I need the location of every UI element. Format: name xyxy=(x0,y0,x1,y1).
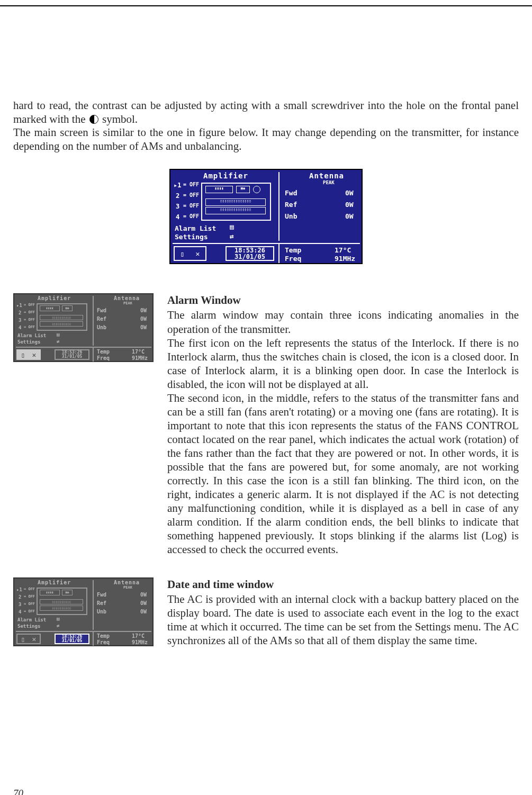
lcd-antenna-sub: PEAK xyxy=(323,180,335,185)
lcd-screen-alarm-thumb: Amplifier Antenna PEAK ▸1 = OFF 2 = OFF … xyxy=(13,293,154,362)
lcd-freq-label: Freq xyxy=(285,255,301,263)
lcd-temp-val: 17°C xyxy=(335,246,351,254)
manual-page: hard to read, the contrast can be adjust… xyxy=(0,5,532,795)
alarm-body: The alarm window may contain three icons… xyxy=(167,308,519,556)
lcd-fwd-label: Fwd xyxy=(285,189,297,197)
lcd-ref-label: Ref xyxy=(285,201,297,209)
lcd-row-4: 4 xyxy=(176,213,179,221)
lcd-divider-vert xyxy=(278,172,279,241)
lcd-screen-datetime-thumb: Amplifier Antenna PEAK ▸1 = OFF 2 = OFF … xyxy=(13,577,154,646)
lcd-off-3: = OFF xyxy=(183,203,199,209)
lcd-amp-graphic: ▮▮▮▮ ▣◉ ▯▯▯▯▯▯▯▯▯▯▯▯▯▯ ▯▯▯▯▯▯▯▯▯▯▯▯▯▯ xyxy=(201,183,271,221)
lcd-divider-horiz xyxy=(173,243,360,244)
lcd-freq-val: 91MHz xyxy=(335,255,355,263)
lcd-ref-val: 0W xyxy=(345,201,354,209)
main-figure-wrap: Amplifier Antenna PEAK ▸1 = OFF 2 = OFF … xyxy=(13,169,519,264)
lcd-temp-label: Temp xyxy=(285,246,301,254)
lcd-off-1: = OFF xyxy=(183,182,199,187)
contrast-icon xyxy=(89,115,98,124)
lcd-row-1: ▸1 xyxy=(174,182,181,189)
lcd-off-2: = OFF xyxy=(183,192,199,198)
lcd-row-2: 2 xyxy=(176,192,179,200)
door-icon: ▯ xyxy=(181,250,185,258)
lcd-unb-label: Unb xyxy=(285,212,297,220)
lcd-date: 31/01/05 xyxy=(235,254,265,260)
fan-icon: ✕ xyxy=(196,250,200,258)
lcd-unb-val: 0W xyxy=(345,212,354,220)
lcd-amplifier-label: Amplifier xyxy=(203,171,248,180)
datetime-body: The AC is provided with an internal cloc… xyxy=(167,592,519,647)
page-number: 70 xyxy=(13,788,23,795)
lcd-fwd-val: 0W xyxy=(345,189,354,197)
lcd-settings-icon: ⇄ xyxy=(230,232,234,240)
lcd-list-icon: ▤ xyxy=(230,223,234,231)
section-alarm: Amplifier Antenna PEAK ▸1 = OFF 2 = OFF … xyxy=(13,293,519,556)
section-datetime: Amplifier Antenna PEAK ▸1 = OFF 2 = OFF … xyxy=(13,577,519,647)
lcd-datetime: 18:53:26 31/01/05 xyxy=(226,246,274,261)
intro-p1a: hard to read, the contrast can be adjust… xyxy=(13,99,519,125)
lcd-off-4: = OFF xyxy=(183,213,199,219)
datetime-heading: Date and time window xyxy=(167,577,519,591)
lcd-settings: Settings xyxy=(175,233,208,241)
intro-p2: The main screen is similar to the one in… xyxy=(13,126,519,152)
lcd-datetime-highlight: 18:53:26 31/01/05 xyxy=(55,634,89,644)
lcd-antenna-label: Antenna xyxy=(309,171,344,180)
lcd-alarm-list: Alarm List xyxy=(175,224,216,232)
lcd-screen-main: Amplifier Antenna PEAK ▸1 = OFF 2 = OFF … xyxy=(169,169,363,264)
intro-text: hard to read, the contrast can be adjust… xyxy=(13,99,519,153)
alarm-text: Alarm Window The alarm window may contai… xyxy=(167,293,519,556)
datetime-text: Date and time window The AC is provided … xyxy=(167,577,519,647)
lcd-row-3: 3 xyxy=(176,203,179,210)
intro-p1b: symbol. xyxy=(102,113,138,125)
lcd-alarm-icons-highlight: ▯ ✕ xyxy=(16,349,41,360)
lcd-alarm-icons: ▯ ✕ xyxy=(174,246,206,261)
alarm-heading: Alarm Window xyxy=(167,293,519,307)
